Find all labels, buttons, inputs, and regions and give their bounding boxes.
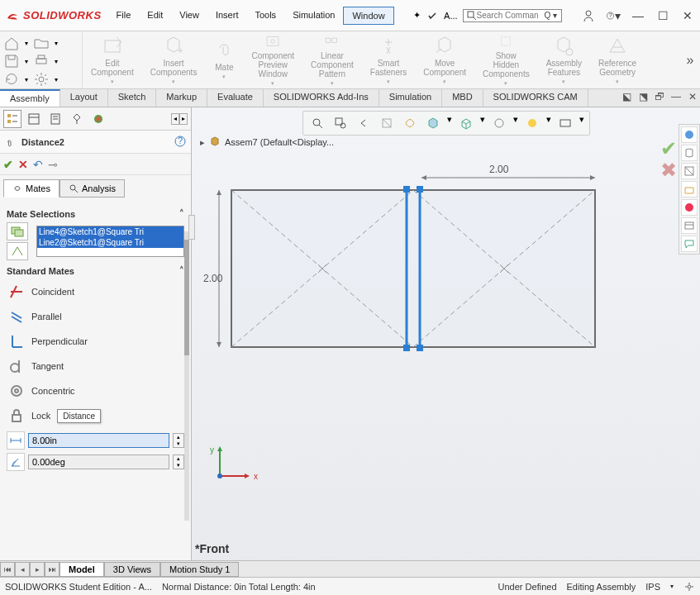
bottomtab-motion-study-1[interactable]: Motion Study 1	[160, 562, 239, 577]
entity-face-icon[interactable]	[7, 222, 28, 240]
display-style-icon[interactable]	[457, 114, 475, 132]
custom-props-icon[interactable]	[681, 217, 698, 234]
command-search[interactable]: Q ▾	[463, 9, 562, 22]
ribbon-assembly-features[interactable]: AssemblyFeatures▾	[538, 31, 590, 88]
tab-prev[interactable]: ◂	[15, 562, 30, 577]
section-view-icon[interactable]	[378, 114, 396, 132]
bottomtab-3d-views[interactable]: 3D Views	[104, 562, 160, 577]
angle-down[interactable]: ▾	[174, 462, 183, 469]
panel-restore-icon[interactable]: 🗗	[654, 91, 665, 102]
mate-concentric[interactable]: Concentric	[7, 378, 184, 403]
mate-parallel[interactable]: Parallel	[7, 304, 184, 329]
open-icon[interactable]	[33, 35, 50, 51]
dynamic-highlight-icon[interactable]	[401, 114, 419, 132]
options-icon[interactable]	[33, 71, 50, 88]
distance-icon[interactable]	[7, 431, 25, 450]
tab-layout[interactable]: Layout	[60, 89, 108, 107]
menu-tools[interactable]: Tools	[246, 7, 284, 25]
orientation-triad[interactable]	[212, 443, 253, 484]
mate-tangent[interactable]: Tangent	[7, 354, 184, 378]
menu-view[interactable]: View	[171, 7, 207, 25]
quick-access-button[interactable]	[426, 9, 439, 22]
property-help-icon[interactable]: ?	[174, 136, 186, 149]
selection-list[interactable]: Line4@Sketch1@Square Tri Line2@Sketch1@S…	[36, 226, 184, 257]
file-explorer-icon[interactable]	[681, 163, 698, 179]
user-icon[interactable]	[581, 8, 596, 23]
feature-tree-icon[interactable]	[3, 110, 21, 128]
forum-icon[interactable]	[681, 236, 698, 252]
ribbon-show-hidden-components[interactable]: ShowHiddenComponents▾	[474, 31, 538, 88]
close-button[interactable]: ✕	[680, 8, 695, 23]
cancel-mate-button[interactable]: ✖	[660, 159, 677, 182]
status-gear-icon[interactable]	[683, 581, 695, 593]
scrollbar[interactable]	[184, 231, 189, 521]
distance-down[interactable]: ▾	[174, 440, 183, 447]
panel-nav-left[interactable]: ◂	[171, 113, 179, 125]
hide-show-icon[interactable]	[490, 114, 508, 132]
tab-simulation[interactable]: Simulation	[379, 89, 442, 107]
panel-nav-right[interactable]: ▸	[179, 113, 188, 125]
splitter-handle[interactable]	[188, 215, 195, 240]
ribbon-mate[interactable]: Mate▾	[205, 31, 243, 88]
resources-icon[interactable]	[681, 126, 698, 143]
search-input[interactable]	[477, 11, 543, 20]
zoom-area-icon[interactable]	[331, 114, 350, 132]
selection-item-2[interactable]: Line2@Sketch1@Square Tri	[37, 237, 183, 248]
tab-markup[interactable]: Markup	[156, 89, 207, 107]
edit-appearance-icon[interactable]	[523, 114, 541, 132]
angle-icon[interactable]	[7, 453, 25, 471]
view-palette-icon[interactable]	[681, 181, 698, 198]
property-manager-icon[interactable]	[25, 110, 43, 128]
minimize-button[interactable]: —	[631, 8, 645, 23]
menu-window[interactable]: Window	[343, 7, 393, 25]
tab-sketch[interactable]: Sketch	[108, 89, 157, 107]
previous-view-icon[interactable]	[355, 114, 373, 132]
view-orientation-icon[interactable]	[424, 114, 442, 132]
tab-next[interactable]: ▸	[30, 562, 45, 577]
distance-up[interactable]: ▴	[174, 434, 183, 440]
status-units[interactable]: IPS	[645, 582, 660, 592]
angle-up[interactable]: ▴	[174, 455, 183, 462]
tab-solidworks-add-ins[interactable]: SOLIDWORKS Add-Ins	[264, 89, 379, 107]
entity-edge-icon[interactable]	[7, 242, 28, 260]
tab-solidworks-cam[interactable]: SOLIDWORKS CAM	[483, 89, 588, 107]
undo-button[interactable]: ↶	[33, 158, 43, 171]
bottomtab-model[interactable]: Model	[60, 562, 104, 577]
mate-coincident[interactable]: Coincident	[7, 279, 184, 304]
ribbon-reference-geometry[interactable]: ReferenceGeometry▾	[590, 31, 645, 88]
config-manager-icon[interactable]	[46, 110, 64, 128]
tab-mates[interactable]: Mates	[3, 179, 60, 198]
ribbon-edit-component[interactable]: EditComponent▾	[83, 31, 142, 88]
tab-first[interactable]: ⏮	[0, 562, 15, 577]
tab-analysis[interactable]: Analysis	[60, 179, 125, 198]
menu-simulation[interactable]: Simulation	[284, 7, 343, 25]
panel-minimize-icon[interactable]: —	[670, 91, 682, 102]
tab-mbd[interactable]: MBD	[442, 89, 483, 107]
help-icon[interactable]: ? ▾	[606, 8, 621, 23]
ribbon-linear-component-pattern[interactable]: LinearComponentPattern▾	[302, 31, 362, 88]
viewport[interactable]: ▾ ▾ ▾ ▾ ▾ ▸ Assem7 (Default<Display...	[192, 107, 700, 560]
print-icon[interactable]	[33, 53, 50, 69]
design-library-icon[interactable]	[681, 145, 698, 161]
tab-assembly[interactable]: Assembly	[0, 89, 60, 107]
ribbon-component-preview-window[interactable]: ComponentPreviewWindow▾	[243, 31, 302, 88]
ribbon-overflow[interactable]: »	[680, 31, 700, 88]
distance-input[interactable]	[28, 433, 169, 448]
tab-last[interactable]: ⏭	[45, 562, 60, 577]
appearance-icon[interactable]	[89, 110, 107, 128]
tree-expand-icon[interactable]: ▸	[200, 137, 205, 148]
confirm-mate-button[interactable]: ✔	[660, 137, 677, 160]
angle-input[interactable]	[28, 455, 169, 469]
ribbon-move-component[interactable]: MoveComponent▾	[415, 31, 474, 88]
menu-file[interactable]: File	[108, 7, 140, 25]
tab-evaluate[interactable]: Evaluate	[207, 89, 264, 107]
collapse-selections[interactable]: ˄	[179, 208, 184, 219]
apply-scene-icon[interactable]	[556, 114, 574, 132]
ribbon-insert-components[interactable]: +InsertComponents▾	[142, 31, 206, 88]
cancel-button[interactable]: ✕	[18, 158, 28, 171]
star-icon[interactable]: ✦	[413, 10, 421, 21]
home-icon[interactable]	[3, 35, 20, 51]
ribbon-smart-fasteners[interactable]: SmartFasteners▾	[362, 31, 415, 88]
rebuild-icon[interactable]	[3, 71, 20, 88]
maximize-button[interactable]: ☐	[655, 8, 670, 23]
